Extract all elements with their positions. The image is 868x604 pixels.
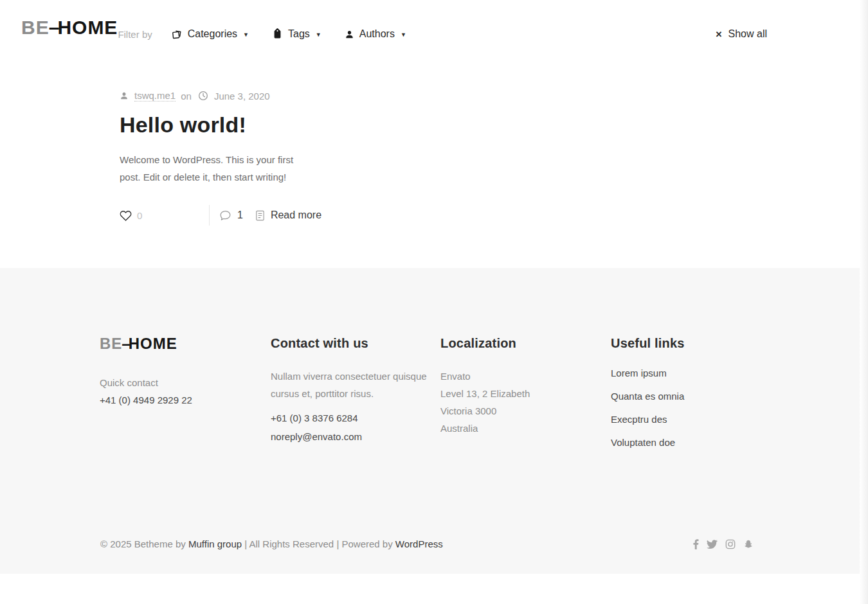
- quick-contact-label: Quick contact: [100, 377, 271, 388]
- site-logo[interactable]: BE–HOME: [21, 18, 118, 37]
- contact-email-link[interactable]: noreply@envato.com: [271, 431, 440, 442]
- copyright-middle: | All Rights Reserved | Powered by: [242, 538, 395, 549]
- scrollbar-track[interactable]: [860, 0, 868, 604]
- tags-label: Tags: [288, 28, 310, 40]
- localization-line: Level 13, 2 Elizabeth: [440, 385, 611, 402]
- footer: BE–HOME Quick contact +41 (0) 4949 2929 …: [0, 268, 868, 574]
- snapchat-icon[interactable]: [743, 539, 754, 549]
- author-icon: [120, 91, 129, 100]
- header: BE–HOME Filter by Categories ▼ Tags ▼: [0, 0, 868, 64]
- footer-col-useful-links: Useful links Lorem ipsum Quanta es omnia…: [611, 336, 768, 460]
- chevron-down-icon: ▼: [316, 31, 321, 38]
- read-more-button[interactable]: Read more: [255, 209, 321, 221]
- contact-description: Nullam viverra consectetuer quisque curs…: [271, 368, 428, 402]
- muffin-group-link[interactable]: Muffin group: [188, 538, 242, 549]
- localization-line: Australia: [440, 420, 611, 437]
- copyright-bar: © 2025 Betheme by Muffin group | All Rig…: [100, 538, 754, 549]
- footer-col-contact: Contact with us Nullam viverra consectet…: [271, 336, 440, 460]
- contact-phone: +61 (0) 3 8376 6284: [271, 413, 440, 423]
- categories-icon: [172, 29, 183, 40]
- localization-title: Localization: [440, 336, 611, 351]
- useful-link[interactable]: Lorem ipsum: [611, 368, 768, 378]
- contact-title: Contact with us: [271, 336, 440, 351]
- chevron-down-icon: ▼: [243, 31, 249, 38]
- copyright-prefix: © 2025 Betheme by: [100, 538, 188, 549]
- filter-bar: Filter by Categories ▼ Tags ▼: [118, 28, 429, 40]
- twitter-icon[interactable]: [707, 540, 718, 549]
- localization-line: Envato: [440, 368, 611, 385]
- logo-part-black: HOME: [129, 335, 177, 352]
- clock-icon: [198, 91, 208, 101]
- footer-col-brand: BE–HOME Quick contact +41 (0) 4949 2929 …: [100, 336, 271, 460]
- read-more-label: Read more: [271, 209, 321, 221]
- facebook-icon[interactable]: [693, 539, 699, 549]
- document-icon: [255, 210, 265, 221]
- post-article: tswq.me1 on June 3, 2020 Hello world! We…: [0, 64, 868, 226]
- like-count: 0: [137, 210, 142, 221]
- post-meta-on: on: [181, 91, 192, 102]
- social-icons: [693, 539, 754, 549]
- logo-part-gray: BE: [100, 335, 122, 352]
- authors-label: Authors: [359, 28, 395, 40]
- useful-links-title: Useful links: [611, 336, 768, 351]
- logo-part-black: HOME: [57, 17, 118, 38]
- heart-icon: [120, 209, 132, 222]
- footer-logo[interactable]: BE–HOME: [100, 336, 271, 351]
- authors-dropdown[interactable]: Authors ▼: [345, 28, 406, 40]
- post-meta: tswq.me1 on June 3, 2020: [120, 90, 868, 102]
- author-icon: [345, 30, 354, 39]
- chevron-down-icon: ▼: [401, 31, 406, 38]
- comments-link[interactable]: 1: [219, 209, 243, 221]
- post-title[interactable]: Hello world!: [120, 112, 868, 138]
- wordpress-link[interactable]: WordPress: [395, 538, 443, 549]
- categories-label: Categories: [188, 28, 237, 40]
- categories-dropdown[interactable]: Categories ▼: [172, 28, 249, 40]
- close-icon: ✕: [716, 30, 723, 39]
- comment-icon: [219, 210, 231, 221]
- like-button[interactable]: 0: [120, 209, 209, 222]
- show-all-button[interactable]: ✕ Show all: [716, 28, 767, 40]
- useful-link[interactable]: Quanta es omnia: [611, 391, 768, 402]
- quick-contact-phone: +41 (0) 4949 2929 22: [100, 395, 271, 405]
- tag-icon: [272, 29, 283, 40]
- post-date: June 3, 2020: [214, 91, 270, 102]
- post-excerpt: Welcome to WordPress. This is your first…: [120, 151, 306, 186]
- footer-col-localization: Localization Envato Level 13, 2 Elizabet…: [440, 336, 611, 460]
- divider: [209, 205, 210, 226]
- useful-link[interactable]: Execptru des: [611, 414, 768, 425]
- instagram-icon[interactable]: [725, 539, 736, 549]
- tags-dropdown[interactable]: Tags ▼: [272, 28, 321, 40]
- post-footer: 0 1 Read more: [120, 204, 868, 226]
- post-author-link[interactable]: tswq.me1: [134, 90, 176, 102]
- quick-contact: Quick contact +41 (0) 4949 2929 22: [100, 377, 271, 405]
- filter-by-label: Filter by: [118, 29, 152, 40]
- footer-columns: BE–HOME Quick contact +41 (0) 4949 2929 …: [0, 268, 868, 460]
- copyright-text: © 2025 Betheme by Muffin group | All Rig…: [100, 538, 443, 549]
- useful-link[interactable]: Voluptaten doe: [611, 437, 768, 448]
- show-all-label: Show all: [728, 28, 767, 40]
- comment-count: 1: [237, 209, 243, 221]
- localization-line: Victoria 3000: [440, 402, 611, 420]
- logo-part-gray: BE: [21, 17, 50, 38]
